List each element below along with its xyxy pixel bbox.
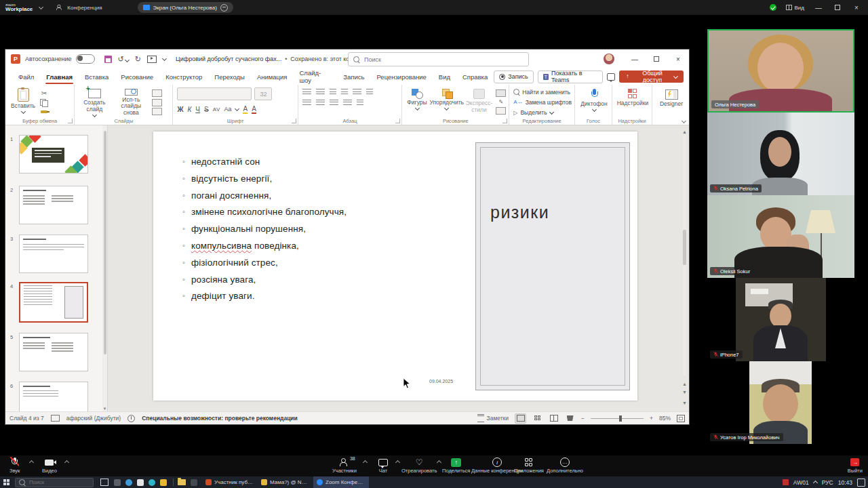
tab-review[interactable]: Рецензирование	[370, 68, 432, 85]
tab-file[interactable]: Файл	[12, 68, 40, 85]
tab-home[interactable]: Главная	[40, 68, 79, 85]
paste-button[interactable]: Вставить	[9, 87, 37, 117]
next-slide-icon[interactable]: ▼	[682, 390, 688, 394]
taskbar-search-input[interactable]	[28, 479, 78, 486]
slide-sorter-view-button[interactable]	[532, 414, 542, 423]
underline-button[interactable]: Ч	[195, 106, 200, 113]
align-right-icon[interactable]	[330, 100, 338, 106]
view-button[interactable]: Вид	[786, 5, 804, 11]
react-options-icon[interactable]	[437, 460, 441, 465]
notes-button[interactable]: Заметки	[477, 414, 509, 422]
audio-options-icon[interactable]	[29, 460, 34, 465]
text-direction-icon[interactable]	[366, 89, 373, 96]
video-button[interactable]: Видео	[42, 458, 57, 474]
bullets-icon[interactable]	[302, 89, 311, 96]
select-button[interactable]: ▷ Выделить	[513, 109, 572, 117]
highlight-color-button[interactable]: А	[243, 105, 248, 114]
section-icon[interactable]	[152, 108, 162, 115]
participants-options-icon[interactable]	[363, 460, 368, 465]
language-switcher[interactable]: РУС	[822, 479, 833, 486]
addins-button[interactable]: Надстройки	[616, 87, 649, 117]
numbering-icon[interactable]	[316, 89, 325, 96]
current-slide[interactable]: недостатній сон відсутність енергії, пог…	[153, 131, 637, 401]
risk-text-box[interactable]: ризики	[475, 142, 630, 390]
undo-icon[interactable]: ↺	[118, 55, 129, 64]
character-spacing-button[interactable]: АV	[213, 106, 220, 113]
store-icon[interactable]	[137, 479, 144, 486]
save-icon[interactable]	[104, 56, 112, 63]
window-close-button[interactable]: ×	[852, 4, 861, 12]
slideshow-view-button[interactable]	[565, 414, 575, 423]
autosave-toggle[interactable]	[76, 54, 95, 64]
scroll-down-icon[interactable]: ▼	[682, 401, 688, 405]
replace-fonts-button[interactable]: А↔ Замена шрифтов	[513, 98, 572, 106]
italic-button[interactable]: К	[187, 106, 191, 113]
cut-icon[interactable]: ✂	[41, 89, 47, 97]
apps-button[interactable]: Приложения	[514, 458, 544, 474]
dialog-launcher-icon[interactable]	[292, 119, 296, 123]
tab-draw[interactable]: Рисование	[115, 68, 159, 85]
slide-thumbnail-5[interactable]	[19, 333, 88, 371]
comments-icon[interactable]	[607, 73, 615, 81]
search-box[interactable]	[348, 52, 529, 66]
zoom-out-button[interactable]: −	[581, 415, 585, 422]
task-view-icon[interactable]	[100, 479, 108, 486]
notification-center-icon[interactable]	[857, 479, 865, 487]
tray-app-icon[interactable]	[783, 479, 789, 485]
messenger-icon[interactable]	[149, 479, 155, 486]
increase-indent-icon[interactable]	[341, 89, 348, 96]
align-center-icon[interactable]	[316, 100, 325, 106]
tab-screen-share[interactable]: Экран (Ольга Нестерова)	[138, 2, 233, 13]
font-color-button[interactable]: А	[252, 105, 256, 114]
customize-qat-icon[interactable]	[162, 56, 167, 60]
slide-thumbnail-1[interactable]	[19, 135, 88, 174]
slide-thumbnail-4-selected[interactable]	[19, 282, 88, 323]
zoom-level[interactable]: 85%	[659, 415, 671, 422]
tab-transitions[interactable]: Переходы	[208, 68, 251, 85]
accessibility-status[interactable]: Специальные возможности: проверьте реком…	[142, 415, 298, 422]
scroll-up-icon[interactable]: ▲	[682, 129, 688, 134]
reading-view-button[interactable]	[549, 414, 559, 423]
reuse-slides-button[interactable]: Исп-ть слайды снова	[113, 87, 149, 117]
tab-animations[interactable]: Анимация	[251, 68, 294, 85]
new-slide-button[interactable]: Создать слайд	[79, 87, 110, 117]
share-screen-button[interactable]: ↑ Поделиться	[442, 458, 470, 474]
taskbar-window-2[interactable]: Мама?) @ Nazar (23...	[258, 476, 313, 488]
participants-button[interactable]: 38 Участники	[332, 458, 357, 474]
leave-button[interactable]: → Выйти	[848, 458, 863, 474]
window-minimize-button[interactable]: —	[814, 4, 823, 12]
canvas-scrollbar-thumb[interactable]	[683, 230, 686, 265]
font-size-select[interactable]: 32	[254, 87, 272, 100]
window-maximize-button[interactable]	[833, 4, 842, 12]
share-button[interactable]: Общий доступ	[619, 70, 684, 83]
display-settings-icon[interactable]	[51, 415, 60, 422]
dialog-launcher-icon[interactable]	[502, 119, 507, 123]
format-painter-icon[interactable]	[41, 110, 47, 113]
collapse-ribbon-icon[interactable]	[682, 119, 686, 123]
reset-slide-icon[interactable]	[152, 99, 162, 106]
fit-slide-icon[interactable]	[677, 415, 685, 422]
taskbar-window-zoom[interactable]: Zoom Конференция	[313, 476, 369, 488]
record-button[interactable]: Запись	[494, 70, 534, 83]
tray-expand-icon[interactable]	[813, 481, 818, 485]
zoom-slider[interactable]	[591, 418, 644, 419]
pinned-app-icon[interactable]	[114, 479, 121, 486]
browser-icon[interactable]	[125, 479, 132, 486]
participant-video-olga[interactable]: Ольга Нестерова	[707, 29, 854, 113]
participant-video-oleksii[interactable]: Oleksii Sokur	[707, 195, 854, 278]
dictate-button[interactable]: Диктофон	[579, 87, 609, 117]
slide-thumbnail-2[interactable]	[19, 186, 88, 224]
zoom-in-button[interactable]: +	[650, 415, 653, 422]
change-case-button[interactable]: Аа	[224, 106, 231, 113]
shapes-button[interactable]: Фигуры	[406, 87, 427, 117]
taskbar-window-1[interactable]: Участник публикас...	[202, 476, 258, 488]
dialog-launcher-icon[interactable]	[395, 119, 400, 123]
user-avatar[interactable]	[604, 54, 614, 64]
search-input[interactable]	[363, 56, 501, 64]
react-button[interactable]: ♡ Отреагировать	[401, 458, 437, 474]
chevron-down-icon[interactable]	[39, 4, 43, 9]
shape-outline-icon[interactable]: ✎	[498, 99, 503, 105]
pinned-app-icon[interactable]	[160, 479, 167, 486]
find-replace-button[interactable]: Найти и заменить	[513, 88, 572, 96]
panel-scrollbar-thumb[interactable]	[104, 131, 106, 354]
